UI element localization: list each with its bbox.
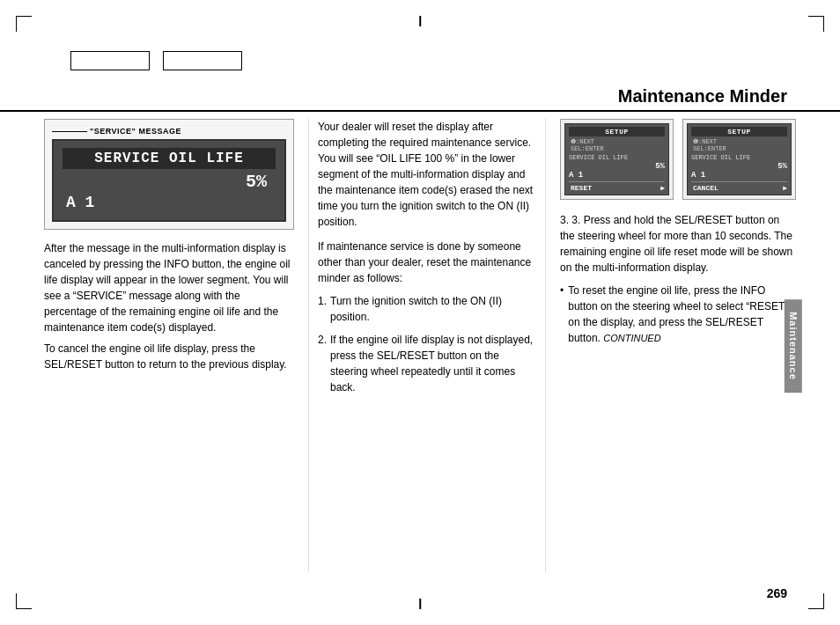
tab-rect-1 [70, 51, 150, 70]
corner-mark-tl [16, 16, 32, 32]
lcd-line3: A 1 [63, 192, 276, 213]
step-2-text: If the engine oil life display is not di… [330, 332, 536, 395]
setup-lcd-1-nav: ❶:NEXTSEL:ENTER [569, 138, 665, 152]
bullet-1-text: To reset the engine oil life, press the … [568, 283, 796, 346]
step-1: 1. Turn the ignition switch to the ON (I… [318, 293, 536, 325]
main-content: "SERVICE" MESSAGE SERVICE OIL LIFE 5% A … [44, 119, 796, 572]
mid-para-2: If maintenance service is done by someon… [318, 239, 536, 286]
lcd-line1: SERVICE OIL LIFE [63, 148, 276, 169]
right-column: SETUP ❶:NEXTSEL:ENTER SERVICE OIL LIFE 5… [546, 119, 796, 572]
setup-lcd-1-title: SETUP [569, 127, 665, 136]
setup-lcd-1-a1: A 1 [569, 171, 665, 180]
setup-lcd-1: SETUP ❶:NEXTSEL:ENTER SERVICE OIL LIFE 5… [564, 123, 669, 195]
setup-lcd-2-nav: ❶:NEXTSEL:ENTER [691, 138, 787, 152]
mid-column: Your dealer will reset the display after… [308, 119, 546, 572]
tab-rect-2 [163, 51, 242, 70]
setup-lcd-1-oil: SERVICE OIL LIFE [569, 154, 665, 161]
left-column: "SERVICE" MESSAGE SERVICE OIL LIFE 5% A … [44, 119, 308, 572]
setup-lcd-2-oil: SERVICE OIL LIFE [691, 154, 787, 161]
setup-lcd-2: SETUP ❶:NEXTSEL:ENTER SERVICE OIL LIFE 5… [687, 123, 792, 195]
setup-lcd-1-action: RESET ▶ [569, 184, 665, 192]
corner-mark-bl [16, 593, 32, 609]
sidebar-tab: Maintenance [785, 299, 802, 393]
setup-lcd-2-pct: 5% [691, 162, 787, 171]
setup-box-1: SETUP ❶:NEXTSEL:ENTER SERVICE OIL LIFE 5… [560, 119, 674, 200]
setup-lcd-1-divider [569, 181, 665, 182]
tick-top [419, 16, 421, 26]
setup-lcd-1-pct: 5% [569, 162, 665, 171]
mid-para-1: Your dealer will reset the display after… [318, 119, 536, 230]
step-2: 2. If the engine oil life display is not… [318, 332, 536, 395]
setup-lcd-2-divider [691, 181, 787, 182]
left-para-2: To cancel the engine oil life display, p… [44, 341, 294, 372]
setup-displays: SETUP ❶:NEXTSEL:ENTER SERVICE OIL LIFE 5… [560, 119, 796, 200]
steps-list: 1. Turn the ignition switch to the ON (I… [318, 293, 536, 395]
tick-bottom [419, 599, 421, 609]
corner-mark-br [808, 593, 824, 609]
service-display-box: "SERVICE" MESSAGE SERVICE OIL LIFE 5% A … [44, 119, 294, 230]
page-title: Maintenance Minder [618, 86, 787, 107]
lcd-line2: 5% [63, 172, 276, 192]
left-body-text: After the message in the multi-informati… [44, 240, 294, 372]
setup-lcd-2-action: CANCEL ▶ [691, 184, 787, 192]
setup-lcd-2-title: SETUP [691, 127, 787, 136]
bullet-list: • To reset the engine oil life, press th… [560, 283, 796, 346]
page-number: 269 [767, 586, 787, 600]
setup-lcd-2-a1: A 1 [691, 171, 787, 180]
lcd-screen: SERVICE OIL LIFE 5% A 1 [52, 139, 286, 222]
step-1-text: Turn the ignition switch to the ON (II) … [330, 293, 536, 325]
step-3-text: 3. 3. Press and hold the SEL/RESET butto… [560, 212, 796, 276]
setup-box-2: SETUP ❶:NEXTSEL:ENTER SERVICE OIL LIFE 5… [682, 119, 796, 200]
continued-label: CONTINUED [603, 333, 660, 343]
step-3-num: 3. [560, 214, 571, 226]
left-para: After the message in the multi-informati… [44, 240, 294, 335]
bullet-dot-1: • [560, 283, 564, 346]
page-header: Maintenance Minder [0, 86, 840, 112]
corner-mark-tr [808, 16, 824, 32]
bullet-item-1: • To reset the engine oil life, press th… [560, 283, 796, 346]
service-msg-label: "SERVICE" MESSAGE [52, 127, 286, 136]
